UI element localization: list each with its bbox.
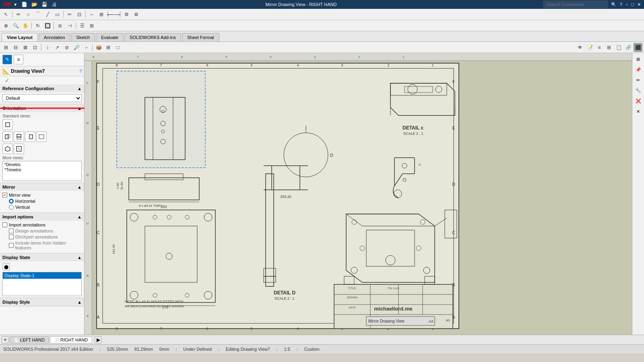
drawing-view-help[interactable]: ?: [79, 69, 82, 74]
reference-config-header[interactable]: Reference Configuration ▲: [0, 84, 84, 93]
hide-show-icon[interactable]: 👁: [576, 43, 584, 52]
tab-sketch[interactable]: Sketch: [71, 33, 95, 41]
ok-checkmark[interactable]: ✓: [0, 76, 84, 84]
drawing-area[interactable]: F E D C B A F E D C B A 8 7 6 5 4 3 2: [93, 61, 632, 335]
search-icon[interactable]: 🔍: [611, 2, 617, 7]
layer-btn[interactable]: ☰: [78, 21, 87, 30]
detail-icon[interactable]: 🔎: [72, 43, 81, 52]
include-hidden-checkbox[interactable]: [9, 243, 14, 248]
import-options-header[interactable]: Import options ▲: [0, 213, 84, 221]
arc-btn[interactable]: ⌒: [33, 10, 42, 19]
import-annotations-checkbox[interactable]: [2, 222, 7, 227]
display-state-header[interactable]: Display State ▲: [0, 253, 84, 261]
zoom-fit-btn[interactable]: ⊕: [2, 21, 10, 30]
more-views-trimetric[interactable]: *Trimetric: [4, 167, 80, 173]
rp-btn3[interactable]: ✏: [634, 76, 643, 84]
open-btn[interactable]: 📂: [30, 0, 39, 9]
tab-addins[interactable]: SOLIDWORKS Add-Ins: [124, 33, 181, 41]
btab-left-hand[interactable]: 📄 LEFT HAND: [10, 336, 49, 343]
trim-btn[interactable]: ✂: [65, 10, 74, 19]
view-icon2[interactable]: ⊟: [11, 43, 20, 52]
mirror-tool-btn[interactable]: ↔: [87, 10, 96, 19]
btab-right-hand[interactable]: 📄 RIGHT HAND: [50, 336, 92, 343]
rotate-btn[interactable]: ↻: [33, 21, 42, 30]
table-icon[interactable]: ⊞: [605, 43, 613, 52]
print-btn[interactable]: 🖨: [50, 0, 59, 9]
line-btn[interactable]: ╱: [43, 10, 52, 19]
view3d-btn[interactable]: 🔲: [43, 21, 52, 30]
reference-config-select[interactable]: Default Configuration1 Configuration2: [2, 94, 82, 102]
btab-add-btn[interactable]: +: [2, 336, 9, 343]
predefined-icon[interactable]: ⊞: [104, 43, 113, 52]
settings-btn[interactable]: ⚙: [122, 10, 131, 19]
tab-annotation[interactable]: Annotation: [39, 33, 70, 41]
more-views-list[interactable]: *Dimetric *Trimetric: [2, 161, 82, 181]
panel-icon-drawing[interactable]: ✎: [2, 55, 12, 64]
rp-btn5[interactable]: ❌: [634, 97, 643, 105]
rp-btn6[interactable]: ✕: [634, 107, 643, 116]
pan-btn[interactable]: ✋: [21, 21, 30, 30]
array-btn[interactable]: ⊞: [97, 10, 106, 19]
select-btn[interactable]: ↖: [2, 10, 10, 19]
model-icon[interactable]: 📦: [94, 43, 103, 52]
panel-icon-table[interactable]: ≡: [14, 55, 23, 64]
display-style-header[interactable]: Display Style ▲: [0, 298, 84, 306]
minimize-btn[interactable]: −: [625, 2, 628, 7]
view-icon1[interactable]: ⊞: [2, 43, 10, 52]
tab-view-layout[interactable]: View Layout: [2, 33, 38, 41]
orientation-header[interactable]: Orientation ▲: [0, 104, 84, 112]
circle-btn[interactable]: ○: [24, 10, 33, 19]
close-btn[interactable]: ✕: [637, 2, 641, 7]
dimension-btn[interactable]: ⟵⟶: [109, 10, 118, 19]
tab-sheet-format[interactable]: Sheet Format: [182, 33, 219, 41]
sketch-btn[interactable]: ✏: [14, 10, 23, 19]
rp-btn4[interactable]: 🔧: [634, 86, 643, 95]
display-mode-icon[interactable]: ⬛: [634, 43, 642, 52]
view-btn-front[interactable]: [2, 119, 13, 130]
annot-icon[interactable]: 📝: [585, 43, 594, 52]
search-input[interactable]: [543, 1, 608, 8]
section-btn[interactable]: ⊘: [56, 21, 64, 30]
more-views-dimetric[interactable]: *Dimetric: [4, 162, 80, 167]
view-btn-custom[interactable]: [14, 144, 24, 154]
mirror-view-checkbox[interactable]: [2, 193, 7, 197]
aux-icon[interactable]: ↗: [53, 43, 62, 52]
bom-icon[interactable]: 📋: [614, 43, 623, 52]
view-icon3[interactable]: ⊠: [21, 43, 30, 52]
table-btn[interactable]: ⊞: [87, 21, 96, 30]
rp-btn2[interactable]: 📌: [634, 65, 643, 74]
dimxpert-annotations-checkbox[interactable]: [9, 234, 14, 239]
settings2-btn[interactable]: ⚙: [132, 10, 140, 19]
mirror-vertical-radio[interactable]: [9, 205, 14, 210]
btab-nav-btn[interactable]: ▶: [95, 336, 102, 343]
rect-btn[interactable]: ▭: [53, 10, 62, 19]
zoom-in-btn[interactable]: 🔍: [11, 21, 20, 30]
display-state-item-1[interactable]: Display State-1: [3, 272, 81, 279]
view-btn-back[interactable]: [36, 132, 47, 142]
mirror-horizontal-radio[interactable]: [9, 199, 14, 204]
save-btn[interactable]: 💾: [40, 0, 49, 9]
rp-btn1[interactable]: ⊞: [634, 55, 643, 64]
app-menu-arrow[interactable]: ▼: [13, 2, 17, 7]
maximize-btn[interactable]: □: [631, 2, 634, 7]
view-icon4[interactable]: ⊡: [31, 43, 39, 52]
break-btn[interactable]: ⊣: [65, 21, 74, 30]
offset-btn[interactable]: ⊡: [75, 10, 84, 19]
view-btn-left[interactable]: [2, 132, 13, 142]
display-state-icon1[interactable]: ⬤: [2, 263, 10, 270]
section-icon[interactable]: ⊘: [62, 43, 71, 52]
ref-icon[interactable]: 🔗: [624, 43, 633, 52]
break-icon[interactable]: ⌿: [82, 43, 91, 52]
design-annotations-checkbox[interactable]: [9, 228, 14, 233]
proj-icon[interactable]: ↕: [43, 43, 52, 52]
help-btn[interactable]: ?: [620, 2, 622, 7]
view-btn-iso[interactable]: [2, 144, 13, 154]
empty-icon[interactable]: □: [114, 43, 122, 52]
canvas-area[interactable]: 8 7 6 5 4 3 2 1 F E D C B A: [85, 53, 632, 335]
view-btn-right[interactable]: [25, 132, 35, 142]
mirror-header[interactable]: Mirror ▲: [0, 183, 84, 191]
layer-icon2[interactable]: ≡: [595, 43, 604, 52]
new-btn[interactable]: 📄: [20, 0, 29, 9]
tab-evaluate[interactable]: Evaluate: [96, 33, 124, 41]
view-btn-top[interactable]: [14, 132, 24, 142]
